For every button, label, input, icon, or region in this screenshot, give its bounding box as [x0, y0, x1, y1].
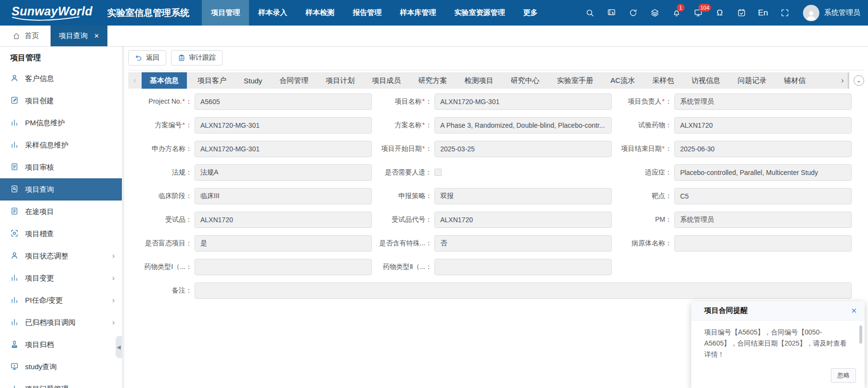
- language-toggle[interactable]: En: [758, 8, 768, 18]
- omega-icon[interactable]: Ω: [715, 8, 724, 18]
- avatar: [803, 5, 819, 21]
- ignore-button[interactable]: 忽略: [831, 368, 856, 383]
- detail-tab-2[interactable]: 项目客户: [191, 72, 233, 89]
- sidebar-item-3[interactable]: PM信息维护: [0, 112, 122, 134]
- clinical-stage-input[interactable]: 临床III: [195, 188, 372, 204]
- chevron-down-icon: ⌄: [856, 77, 861, 84]
- tabs-scroll-left-icon[interactable]: ‹: [128, 72, 142, 89]
- detail-tab-10[interactable]: 实验室手册: [551, 72, 599, 89]
- top-menu-item-1[interactable]: 项目管理: [202, 0, 249, 26]
- remark-input[interactable]: [195, 282, 852, 299]
- detail-tab-11[interactable]: AC流水: [604, 72, 641, 89]
- collapse-tabs-button[interactable]: ⌄: [854, 75, 864, 86]
- layers-icon[interactable]: [650, 8, 659, 18]
- top-menu-item-4[interactable]: 报告管理: [343, 0, 391, 26]
- sidebar-item-13[interactable]: 项目归档: [0, 334, 122, 356]
- notification-title: 项目合同提醒: [704, 306, 748, 315]
- test-article-code-label: 受试品代号: [372, 215, 434, 224]
- bar-chart-icon: [10, 295, 19, 306]
- end-date-input[interactable]: 2025-06-30: [674, 141, 852, 157]
- logo-wave: [12, 16, 80, 21]
- project-no-input[interactable]: A5605: [195, 94, 372, 110]
- drug-type-1-input[interactable]: [195, 259, 372, 275]
- sidebar-item-9[interactable]: 项目状态调整›: [0, 245, 122, 267]
- back-arrow-icon: [135, 54, 143, 62]
- close-tab-icon[interactable]: ✕: [94, 32, 99, 40]
- page-tab-active[interactable]: 项目查询 ✕: [51, 26, 107, 46]
- detail-tab-4[interactable]: 合同管理: [273, 72, 315, 89]
- detail-tab-13[interactable]: 访视信息: [685, 72, 726, 89]
- top-menu-item-2[interactable]: 样本录入: [249, 0, 296, 26]
- drug-type-2-input[interactable]: [434, 259, 612, 275]
- detail-tab-15[interactable]: 辅材信: [777, 72, 812, 89]
- tabs-scroll-right-icon[interactable]: ›: [837, 72, 849, 89]
- detail-tab-1[interactable]: 基本信息: [142, 72, 187, 89]
- sidebar-item-15[interactable]: 项目问题管理: [0, 378, 122, 388]
- user-box[interactable]: 系统管理员: [803, 5, 860, 21]
- target-input[interactable]: C5: [674, 188, 852, 204]
- back-button[interactable]: 返回: [128, 50, 166, 66]
- sidebar-item-6[interactable]: 项目查询: [0, 178, 122, 201]
- fullscreen-icon[interactable]: [780, 8, 789, 18]
- detail-tab-9[interactable]: 研究中心: [504, 72, 546, 89]
- sidebar-item-11[interactable]: PI任命/变更›: [0, 289, 122, 311]
- test-article-input[interactable]: ALXN1720: [195, 212, 372, 228]
- detail-tab-3[interactable]: Study: [237, 72, 268, 89]
- detail-tab-8[interactable]: 检测项目: [458, 72, 500, 89]
- detail-tab-6[interactable]: 项目成员: [366, 72, 407, 89]
- notification-scrollbar[interactable]: [859, 325, 862, 344]
- project-name-input[interactable]: ALXN1720-MG-301: [434, 94, 612, 110]
- test-drug-input[interactable]: ALXN1720: [674, 117, 852, 134]
- sidebar-item-label: study查询: [25, 362, 57, 372]
- sidebar-item-8[interactable]: 项目稽查: [0, 223, 122, 245]
- top-menu-item-7[interactable]: 更多: [514, 0, 547, 26]
- refresh-icon[interactable]: [628, 8, 638, 18]
- start-date-input[interactable]: 2025-03-25: [434, 141, 612, 157]
- detail-tab-12[interactable]: 采样包: [646, 72, 680, 89]
- project-no-label: Project No.*: [128, 97, 195, 106]
- detail-tab-7[interactable]: 研究方案: [412, 72, 453, 89]
- sidebar-item-14[interactable]: study查询: [0, 356, 122, 378]
- sidebar-item-2[interactable]: 项目创建: [0, 90, 122, 112]
- message-monitor-icon[interactable]: 104: [693, 8, 703, 18]
- special-samples-input[interactable]: 否: [434, 235, 612, 252]
- sidebar-item-12[interactable]: 已归档项目调阅›: [0, 311, 122, 334]
- doc-icon: [10, 207, 19, 217]
- sidebar-item-10[interactable]: 项目变更›: [0, 267, 122, 289]
- audit-trail-button[interactable]: 审计跟踪: [171, 50, 223, 66]
- notifications-bell-icon[interactable]: 1: [671, 8, 681, 18]
- notification-footer: 忽略: [831, 368, 856, 383]
- todo-calendar-icon[interactable]: [736, 8, 746, 18]
- regulation-input[interactable]: 法规A: [195, 164, 372, 181]
- notification-close-icon[interactable]: ✕: [851, 307, 857, 315]
- human-genetics-checkbox[interactable]: [434, 169, 442, 176]
- protocol-no-input[interactable]: ALXN1720-MG-301: [195, 117, 372, 134]
- blinded-project-input[interactable]: 是: [195, 235, 372, 252]
- top-menu-item-6[interactable]: 实验室资源管理: [445, 0, 514, 26]
- test-article-code-input[interactable]: ALXN1720: [434, 212, 612, 228]
- top-menu: 项目管理样本录入样本检测报告管理样本库管理实验室资源管理更多: [202, 0, 547, 26]
- workflow-panel-icon[interactable]: [606, 8, 616, 18]
- sidebar-item-5[interactable]: 项目审核: [0, 156, 122, 178]
- sponsor-name-input[interactable]: ALXN1720-MG-301: [195, 141, 372, 157]
- detail-tab-5[interactable]: 项目计划: [319, 72, 361, 89]
- detail-tab-14[interactable]: 问题记录: [731, 72, 773, 89]
- chevron-right-icon: ›: [112, 274, 115, 282]
- sidebar-title: 项目管理: [0, 47, 122, 67]
- search-icon[interactable]: [585, 8, 594, 18]
- sidebar-item-4[interactable]: 采样信息维护: [0, 134, 122, 156]
- top-menu-item-3[interactable]: 样本检测: [296, 0, 343, 26]
- project-leader-input[interactable]: 系统管理员: [674, 94, 852, 110]
- protocol-name-input[interactable]: A Phase 3, Randomized, Double-blind, Pla…: [434, 117, 612, 134]
- indication-input[interactable]: Placebo-controlled, Parallel, Multicente…: [674, 164, 852, 181]
- sidebar-item-7[interactable]: 在途项目: [0, 201, 122, 223]
- pathogen-name-input[interactable]: [674, 235, 852, 252]
- sidebar-item-1[interactable]: 客户信息: [0, 67, 122, 90]
- filing-strategy-input[interactable]: 双报: [434, 188, 612, 204]
- bar-chart-icon: [10, 318, 19, 328]
- sidebar-collapse-handle[interactable]: ◀: [116, 336, 122, 358]
- sponsor-name-label: 申办方名称: [128, 145, 195, 153]
- top-menu-item-5[interactable]: 样本库管理: [391, 0, 445, 26]
- pm-input[interactable]: 系统管理员: [674, 212, 852, 228]
- home-tab[interactable]: 首页: [0, 26, 51, 46]
